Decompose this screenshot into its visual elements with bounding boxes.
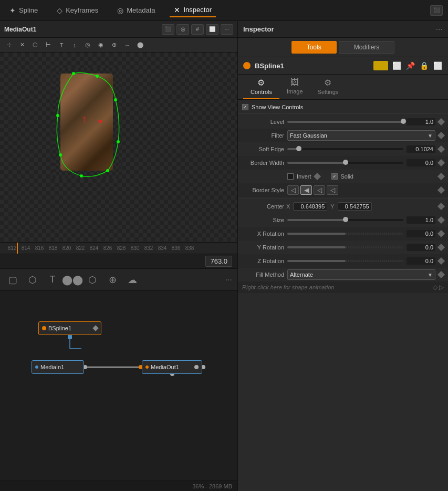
level-diamond[interactable]: [437, 118, 445, 126]
filter-dropdown[interactable]: Fast Gaussian ▼: [287, 130, 435, 141]
frame-counter[interactable]: 763.0: [205, 256, 232, 267]
node-editor[interactable]: BSpline1 MediaIn1 MediaOut1: [0, 290, 237, 480]
timeline-bar[interactable]: 812 814 816 818 820 822 824 826 828 830 …: [0, 242, 237, 254]
level-value[interactable]: [407, 118, 435, 126]
node-tool-3d[interactable]: ⬡: [85, 273, 100, 287]
y-rotation-slider[interactable]: [287, 246, 403, 248]
tool-text[interactable]: T: [56, 39, 67, 51]
tick-832: 832: [142, 245, 155, 251]
nav-inspector[interactable]: ✕ Inspector: [170, 4, 215, 17]
tab-tools[interactable]: Tools: [291, 41, 337, 54]
subtab-image[interactable]: 🖼 Image: [279, 75, 310, 99]
size-slider-thumb[interactable]: [343, 217, 348, 222]
border-btn-1[interactable]: ◁: [287, 185, 299, 195]
show-view-controls-checkbox[interactable]: [242, 104, 248, 110]
viewer-layout-btn[interactable]: ⬛: [162, 24, 174, 35]
tab-modifiers[interactable]: Modifiers: [339, 41, 395, 54]
node-tool-cloud[interactable]: ☁: [125, 273, 140, 287]
shape-anim-btn-2[interactable]: ▷: [439, 284, 444, 291]
size-diamond[interactable]: [437, 216, 445, 224]
shape-anim-btn-1[interactable]: ◇: [433, 284, 437, 291]
tool-transform[interactable]: ✕: [16, 39, 28, 51]
tool-arrow[interactable]: →: [121, 39, 133, 51]
node-pin-btn[interactable]: 📌: [405, 60, 415, 71]
border-style-diamond[interactable]: [437, 186, 445, 194]
solid-diamond[interactable]: [437, 173, 445, 180]
node-mediaout1[interactable]: MediaOut1: [142, 360, 202, 374]
border-btn-4[interactable]: ◁: [327, 185, 338, 195]
soft-edge-diamond[interactable]: [437, 145, 445, 153]
node-mediaout-label: MediaOut1: [151, 364, 179, 370]
x-rotation-diamond[interactable]: [437, 230, 445, 237]
center-diamond[interactable]: [437, 203, 445, 210]
border-btn-2[interactable]: ◀: [300, 185, 312, 195]
viewer-more-btn[interactable]: ···: [221, 24, 233, 35]
tick-838: 838: [183, 245, 196, 251]
center-y-value[interactable]: [338, 202, 372, 211]
solid-checkbox[interactable]: [331, 173, 338, 180]
border-btn-3[interactable]: ◁: [314, 185, 325, 195]
node-mediain1[interactable]: MediaIn1: [32, 360, 84, 374]
node-color-box[interactable]: [373, 61, 388, 70]
subtab-settings[interactable]: ⚙ Settings: [310, 75, 346, 99]
nav-overflow-btn[interactable]: ⬛: [430, 5, 443, 16]
prop-soft-edge-row: Soft Edge: [238, 142, 448, 156]
node-image-btn[interactable]: ⬜: [391, 60, 402, 71]
timeline-cursor[interactable]: [17, 243, 18, 254]
filter-dropdown-arrow: ▼: [428, 133, 433, 139]
invert-diamond[interactable]: [313, 173, 320, 180]
node-tool-hex[interactable]: ⬡: [25, 273, 40, 287]
tool-circle[interactable]: ⬤: [134, 39, 146, 51]
shape-anim-row[interactable]: Right-click here for shape animation ◇ ▷: [238, 281, 448, 293]
border-width-slider-thumb[interactable]: [343, 160, 348, 165]
tool-warp[interactable]: ↕: [69, 39, 80, 51]
y-rotation-value[interactable]: [407, 244, 435, 251]
subtab-controls[interactable]: ⚙ Controls: [243, 75, 279, 99]
center-x-value[interactable]: [293, 202, 327, 211]
x-rotation-value[interactable]: [407, 230, 435, 237]
nav-metadata[interactable]: ◎ Metadata: [113, 4, 159, 17]
viewer-grid-btn[interactable]: #: [191, 24, 204, 35]
border-width-value[interactable]: [407, 159, 435, 166]
border-width-slider[interactable]: [287, 162, 403, 164]
inspector-main-tabs: Tools Modifiers: [238, 38, 448, 57]
invert-checkbox[interactable]: [287, 173, 294, 180]
node-bspline1[interactable]: BSpline1: [38, 321, 101, 335]
viewer-toolbar: ⊹ ✕ ⬡ ⊢ T ↕ ◎ ◉ ⊕ → ⬤: [0, 38, 237, 53]
node-lock-btn[interactable]: 🔒: [419, 60, 429, 71]
tool-3d[interactable]: ◉: [95, 39, 107, 51]
node-expand-btn[interactable]: ⬜: [432, 60, 443, 71]
tool-crop[interactable]: ⊢: [43, 39, 54, 51]
fill-method-dropdown[interactable]: Alternate ▼: [287, 269, 435, 280]
size-slider[interactable]: [287, 219, 403, 221]
node-tool-plus[interactable]: ⊕: [105, 273, 120, 287]
tool-select[interactable]: ⊹: [3, 39, 15, 51]
node-tool-square[interactable]: ▢: [5, 273, 20, 287]
nav-keyframes[interactable]: ◇ Keyframes: [53, 4, 102, 17]
tool-particles[interactable]: ◎: [82, 39, 93, 51]
node-editor-menu-btn[interactable]: ···: [225, 275, 232, 285]
soft-edge-slider-thumb[interactable]: [296, 146, 301, 151]
z-rotation-value[interactable]: [407, 257, 435, 265]
z-rotation-diamond[interactable]: [437, 257, 445, 265]
filter-diamond[interactable]: [437, 132, 445, 139]
size-value[interactable]: [407, 216, 435, 224]
soft-edge-value[interactable]: [407, 145, 435, 153]
inspector-menu-btn[interactable]: ···: [436, 25, 443, 34]
level-slider-thumb[interactable]: [401, 119, 406, 124]
viewer-aspect-btn[interactable]: ⬜: [206, 24, 218, 35]
level-slider-fill: [287, 121, 403, 123]
x-rotation-slider[interactable]: [287, 233, 403, 235]
node-tool-dots[interactable]: ⬤⬤: [65, 273, 80, 287]
tool-paint[interactable]: ⬡: [29, 39, 41, 51]
nav-spline[interactable]: ✦ Spline: [5, 4, 42, 17]
z-rotation-slider[interactable]: [287, 260, 403, 262]
border-width-diamond[interactable]: [437, 159, 445, 166]
viewer-viewer-btn[interactable]: ◎: [176, 24, 189, 35]
level-slider[interactable]: [287, 121, 403, 123]
fill-method-diamond[interactable]: [437, 271, 445, 278]
soft-edge-slider[interactable]: [287, 148, 403, 150]
node-tool-text[interactable]: T: [45, 273, 60, 287]
y-rotation-diamond[interactable]: [437, 244, 445, 251]
tool-add[interactable]: ⊕: [108, 39, 120, 51]
